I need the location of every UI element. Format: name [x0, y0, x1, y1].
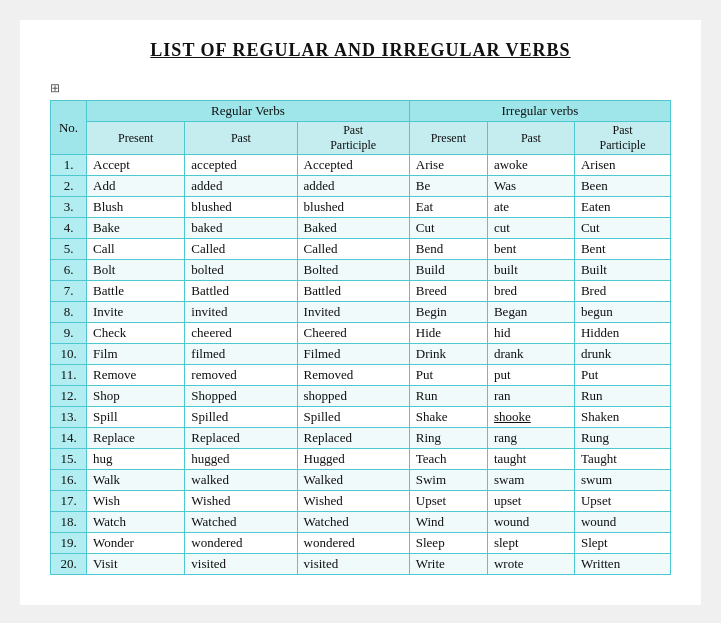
i_present-cell: Arise [409, 155, 487, 176]
table-row: 7.BattleBattledBattledBreedbredBred [51, 281, 671, 302]
r_present-cell: Call [87, 239, 185, 260]
no-cell: 2. [51, 176, 87, 197]
r_past-cell: cheered [185, 323, 297, 344]
r_pp-cell: Bolted [297, 260, 409, 281]
i_pp-cell: wound [574, 512, 670, 533]
i_past-cell: upset [487, 491, 574, 512]
r_present-cell: Battle [87, 281, 185, 302]
i_present-cell: Upset [409, 491, 487, 512]
table-row: 3.BlushblushedblushedEatateEaten [51, 197, 671, 218]
r_pp-cell: blushed [297, 197, 409, 218]
i_present-cell: Build [409, 260, 487, 281]
i_pp-cell: Hidden [574, 323, 670, 344]
i_pp-cell: Taught [574, 449, 670, 470]
r_past-cell: Shopped [185, 386, 297, 407]
i_past-cell: slept [487, 533, 574, 554]
no-cell: 6. [51, 260, 87, 281]
i_present-cell: Teach [409, 449, 487, 470]
i_past-cell: Began [487, 302, 574, 323]
reg-pp-header: PastParticiple [297, 122, 409, 155]
i_present-cell: Bend [409, 239, 487, 260]
r_pp-cell: Cheered [297, 323, 409, 344]
no-cell: 7. [51, 281, 87, 302]
r_present-cell: Walk [87, 470, 185, 491]
i_pp-cell: Eaten [574, 197, 670, 218]
i_pp-cell: Shaken [574, 407, 670, 428]
table-row: 17.WishWishedWishedUpsetupsetUpset [51, 491, 671, 512]
reg-past-header: Past [185, 122, 297, 155]
r_pp-cell: Watched [297, 512, 409, 533]
table-row: 14.ReplaceReplacedReplacedRingrangRung [51, 428, 671, 449]
no-cell: 10. [51, 344, 87, 365]
r_past-cell: invited [185, 302, 297, 323]
r_past-cell: Called [185, 239, 297, 260]
r_pp-cell: Baked [297, 218, 409, 239]
irr-pp-header: PastParticiple [574, 122, 670, 155]
i_pp-cell: Bred [574, 281, 670, 302]
i_present-cell: Breed [409, 281, 487, 302]
i_past-cell: ran [487, 386, 574, 407]
r_past-cell: removed [185, 365, 297, 386]
r_pp-cell: Replaced [297, 428, 409, 449]
i_past-cell: built [487, 260, 574, 281]
no-cell: 16. [51, 470, 87, 491]
irregular-header: Irregular verbs [409, 101, 670, 122]
i_present-cell: Write [409, 554, 487, 575]
r_present-cell: Watch [87, 512, 185, 533]
r_pp-cell: Called [297, 239, 409, 260]
table-row: 10.FilmfilmedFilmedDrinkdrankdrunk [51, 344, 671, 365]
i_pp-cell: Bent [574, 239, 670, 260]
r_past-cell: Replaced [185, 428, 297, 449]
table-row: 8.InviteinvitedInvitedBeginBeganbegun [51, 302, 671, 323]
r_present-cell: Wish [87, 491, 185, 512]
i_past-cell: wrote [487, 554, 574, 575]
r_present-cell: Film [87, 344, 185, 365]
r_pp-cell: shopped [297, 386, 409, 407]
i_present-cell: Put [409, 365, 487, 386]
no-cell: 1. [51, 155, 87, 176]
table-row: 18.WatchWatchedWatchedWindwoundwound [51, 512, 671, 533]
no-cell: 8. [51, 302, 87, 323]
i_past-cell: drank [487, 344, 574, 365]
r_pp-cell: Spilled [297, 407, 409, 428]
i_pp-cell: Run [574, 386, 670, 407]
i_present-cell: Wind [409, 512, 487, 533]
no-cell: 5. [51, 239, 87, 260]
r_past-cell: filmed [185, 344, 297, 365]
r_present-cell: Visit [87, 554, 185, 575]
r_present-cell: Wonder [87, 533, 185, 554]
i_pp-cell: Cut [574, 218, 670, 239]
i_present-cell: Begin [409, 302, 487, 323]
i_present-cell: Sleep [409, 533, 487, 554]
r_past-cell: walked [185, 470, 297, 491]
r_pp-cell: wondered [297, 533, 409, 554]
r_pp-cell: Filmed [297, 344, 409, 365]
i_pp-cell: Rung [574, 428, 670, 449]
table-row: 19.WonderwonderedwonderedSleepsleptSlept [51, 533, 671, 554]
r_past-cell: added [185, 176, 297, 197]
r_pp-cell: visited [297, 554, 409, 575]
r_past-cell: visited [185, 554, 297, 575]
table-row: 15.hughuggedHuggedTeachtaughtTaught [51, 449, 671, 470]
r_pp-cell: Accepted [297, 155, 409, 176]
no-cell: 15. [51, 449, 87, 470]
i_present-cell: Cut [409, 218, 487, 239]
i_present-cell: Be [409, 176, 487, 197]
no-header: No. [51, 101, 87, 155]
r_pp-cell: Walked [297, 470, 409, 491]
r_present-cell: Accept [87, 155, 185, 176]
r_present-cell: hug [87, 449, 185, 470]
table-row: 12.ShopShoppedshoppedRunranRun [51, 386, 671, 407]
r_present-cell: Bake [87, 218, 185, 239]
table-row: 20.VisitvisitedvisitedWritewroteWritten [51, 554, 671, 575]
i_pp-cell: Upset [574, 491, 670, 512]
i_past-cell: taught [487, 449, 574, 470]
r_past-cell: bolted [185, 260, 297, 281]
reg-present-header: Present [87, 122, 185, 155]
r_pp-cell: Battled [297, 281, 409, 302]
i_past-cell: bred [487, 281, 574, 302]
i_past-cell: put [487, 365, 574, 386]
i_pp-cell: Put [574, 365, 670, 386]
table-row: 5.CallCalledCalledBendbentBent [51, 239, 671, 260]
r_past-cell: Wished [185, 491, 297, 512]
